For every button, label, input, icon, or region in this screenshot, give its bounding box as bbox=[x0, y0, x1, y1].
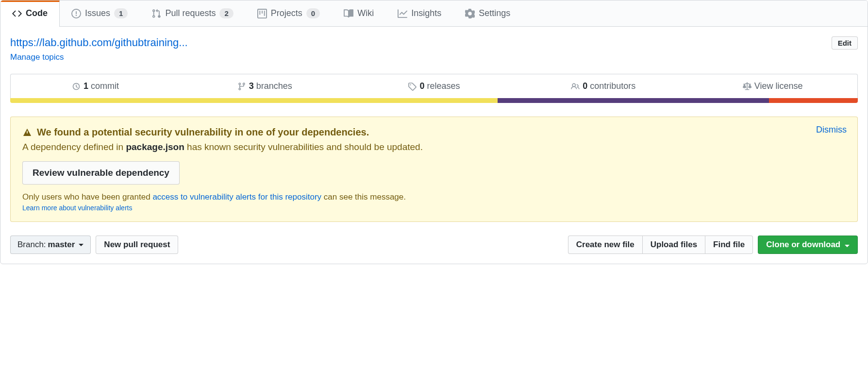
review-dependency-button[interactable]: Review vulnerable dependency bbox=[22, 161, 180, 185]
alert-access-link[interactable]: access to vulnerability alerts for this … bbox=[152, 192, 321, 202]
law-icon bbox=[743, 82, 751, 91]
commits-number: 1 bbox=[83, 81, 88, 91]
releases-number: 0 bbox=[419, 81, 424, 91]
book-icon bbox=[344, 9, 353, 18]
file-toolbar: Branch: master New pull request Create n… bbox=[10, 236, 858, 254]
project-icon bbox=[257, 9, 267, 18]
language-segment-css bbox=[498, 98, 769, 103]
history-icon bbox=[72, 82, 81, 91]
stat-contributors[interactable]: 0 contributors bbox=[518, 74, 688, 98]
alert-file: package.json bbox=[126, 142, 184, 152]
branches-label: branches bbox=[256, 81, 292, 91]
code-icon bbox=[12, 9, 22, 18]
git-pull-request-icon bbox=[151, 9, 161, 18]
branch-select[interactable]: Branch: master bbox=[10, 236, 91, 254]
language-segment-js bbox=[10, 98, 498, 103]
tab-settings[interactable]: Settings bbox=[453, 0, 522, 26]
branch-name: master bbox=[48, 240, 75, 250]
branch-label: Branch: bbox=[17, 240, 46, 250]
description-row: https://lab.github.com/githubtraining...… bbox=[10, 36, 858, 50]
manage-topics-link[interactable]: Manage topics bbox=[10, 52, 64, 62]
upload-files-button[interactable]: Upload files bbox=[642, 236, 705, 254]
create-file-button[interactable]: Create new file bbox=[568, 236, 643, 254]
projects-count: 0 bbox=[306, 8, 320, 18]
learn-more-link[interactable]: Learn more about vulnerability alerts bbox=[22, 204, 132, 212]
pulls-count: 2 bbox=[219, 8, 233, 18]
repo-body: https://lab.github.com/githubtraining...… bbox=[0, 27, 868, 264]
language-bar[interactable] bbox=[10, 98, 858, 103]
repo-container: Code Issues 1 Pull requests 2 Projects 0… bbox=[0, 0, 868, 264]
releases-label: releases bbox=[427, 81, 460, 91]
edit-description-button[interactable]: Edit bbox=[832, 36, 858, 50]
tab-pulls-label: Pull requests bbox=[165, 8, 216, 18]
tab-code[interactable]: Code bbox=[0, 0, 60, 27]
tab-pulls[interactable]: Pull requests 2 bbox=[140, 0, 245, 26]
tag-icon bbox=[408, 82, 417, 91]
tab-settings-label: Settings bbox=[479, 8, 510, 18]
tab-issues-label: Issues bbox=[85, 8, 110, 18]
caret-down-icon bbox=[79, 244, 83, 246]
new-pull-request-button[interactable]: New pull request bbox=[96, 236, 178, 254]
gear-icon bbox=[465, 9, 475, 18]
tab-insights-label: Insights bbox=[411, 8, 441, 18]
tab-wiki[interactable]: Wiki bbox=[332, 0, 386, 26]
security-alert: Dismiss We found a potential security vu… bbox=[10, 117, 858, 222]
repo-website-link[interactable]: https://lab.github.com/githubtraining... bbox=[10, 36, 188, 49]
tab-issues[interactable]: Issues 1 bbox=[60, 0, 140, 26]
repo-tabnav: Code Issues 1 Pull requests 2 Projects 0… bbox=[0, 0, 868, 27]
commits-label: commit bbox=[91, 81, 119, 91]
tab-projects-label: Projects bbox=[271, 8, 302, 18]
find-file-button[interactable]: Find file bbox=[705, 236, 753, 254]
dismiss-button[interactable]: Dismiss bbox=[816, 125, 847, 135]
issue-icon bbox=[71, 9, 81, 18]
stat-releases[interactable]: 0 releases bbox=[350, 74, 519, 98]
file-actions-group: Create new file Upload files Find file bbox=[568, 236, 753, 254]
contributors-number: 0 bbox=[583, 81, 587, 91]
alert-description: A dependency defined in package.json has… bbox=[22, 142, 846, 152]
license-label: View license bbox=[754, 81, 803, 91]
stat-branches[interactable]: 3 branches bbox=[180, 74, 350, 98]
clone-label: Clone or download bbox=[766, 240, 840, 249]
toolbar-right: Create new file Upload files Find file C… bbox=[568, 236, 858, 254]
branches-number: 3 bbox=[249, 81, 254, 91]
tab-wiki-label: Wiki bbox=[357, 8, 374, 18]
people-icon bbox=[571, 82, 580, 91]
alert-heading: We found a potential security vulnerabil… bbox=[22, 127, 846, 138]
issues-count: 1 bbox=[114, 8, 128, 18]
repo-stats: 1 commit 3 branches 0 releases 0 contrib… bbox=[10, 74, 858, 98]
tab-insights[interactable]: Insights bbox=[386, 0, 453, 26]
caret-down-icon bbox=[845, 245, 850, 247]
alert-title: We found a potential security vulnerabil… bbox=[37, 127, 369, 138]
language-segment-html bbox=[769, 98, 858, 103]
alert-icon bbox=[22, 128, 32, 137]
toolbar-left: Branch: master New pull request bbox=[10, 236, 178, 254]
alert-note: Only users who have been granted access … bbox=[22, 192, 846, 202]
tab-code-label: Code bbox=[26, 8, 48, 18]
clone-download-button[interactable]: Clone or download bbox=[758, 236, 858, 254]
stat-commits[interactable]: 1 commit bbox=[11, 74, 180, 98]
git-branch-icon bbox=[237, 82, 246, 91]
stat-license[interactable]: View license bbox=[688, 74, 857, 98]
tab-projects[interactable]: Projects 0 bbox=[246, 0, 332, 26]
contributors-label: contributors bbox=[590, 81, 635, 91]
graph-icon bbox=[398, 9, 407, 18]
